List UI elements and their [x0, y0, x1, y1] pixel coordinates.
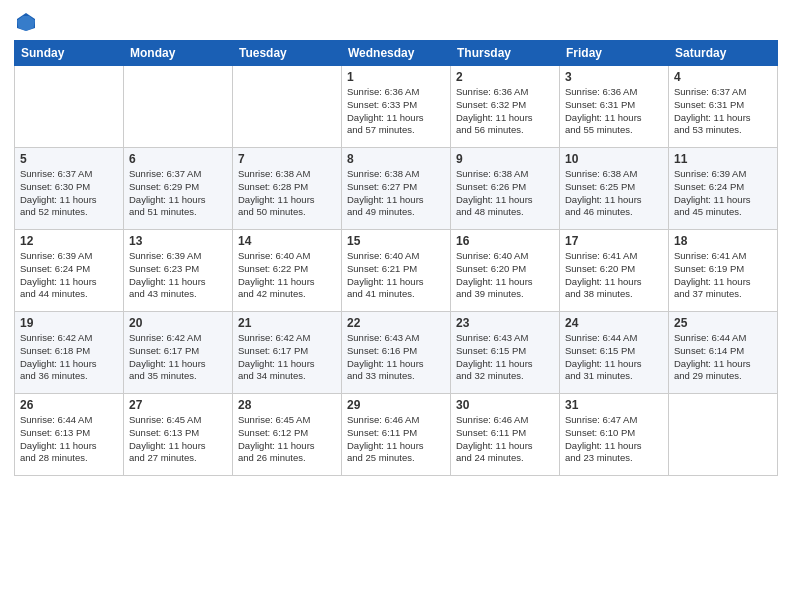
calendar-cell: 12Sunrise: 6:39 AMSunset: 6:24 PMDayligh… [15, 230, 124, 312]
calendar-cell: 15Sunrise: 6:40 AMSunset: 6:21 PMDayligh… [342, 230, 451, 312]
day-number: 30 [456, 398, 554, 412]
calendar-cell: 22Sunrise: 6:43 AMSunset: 6:16 PMDayligh… [342, 312, 451, 394]
day-number: 8 [347, 152, 445, 166]
day-info: Sunrise: 6:44 AMSunset: 6:14 PMDaylight:… [674, 332, 772, 383]
day-number: 14 [238, 234, 336, 248]
calendar-cell: 19Sunrise: 6:42 AMSunset: 6:18 PMDayligh… [15, 312, 124, 394]
day-info: Sunrise: 6:40 AMSunset: 6:22 PMDaylight:… [238, 250, 336, 301]
weekday-header-thursday: Thursday [451, 41, 560, 66]
calendar-cell: 8Sunrise: 6:38 AMSunset: 6:27 PMDaylight… [342, 148, 451, 230]
day-number: 28 [238, 398, 336, 412]
calendar-cell [233, 66, 342, 148]
weekday-header-friday: Friday [560, 41, 669, 66]
day-info: Sunrise: 6:37 AMSunset: 6:29 PMDaylight:… [129, 168, 227, 219]
day-number: 25 [674, 316, 772, 330]
day-info: Sunrise: 6:38 AMSunset: 6:26 PMDaylight:… [456, 168, 554, 219]
calendar-cell: 4Sunrise: 6:37 AMSunset: 6:31 PMDaylight… [669, 66, 778, 148]
calendar-cell: 13Sunrise: 6:39 AMSunset: 6:23 PMDayligh… [124, 230, 233, 312]
calendar-cell: 26Sunrise: 6:44 AMSunset: 6:13 PMDayligh… [15, 394, 124, 476]
day-info: Sunrise: 6:47 AMSunset: 6:10 PMDaylight:… [565, 414, 663, 465]
logo-icon [14, 10, 38, 34]
day-info: Sunrise: 6:39 AMSunset: 6:24 PMDaylight:… [674, 168, 772, 219]
calendar-cell: 14Sunrise: 6:40 AMSunset: 6:22 PMDayligh… [233, 230, 342, 312]
day-info: Sunrise: 6:46 AMSunset: 6:11 PMDaylight:… [456, 414, 554, 465]
day-info: Sunrise: 6:38 AMSunset: 6:28 PMDaylight:… [238, 168, 336, 219]
calendar-cell: 10Sunrise: 6:38 AMSunset: 6:25 PMDayligh… [560, 148, 669, 230]
calendar-cell: 21Sunrise: 6:42 AMSunset: 6:17 PMDayligh… [233, 312, 342, 394]
day-number: 1 [347, 70, 445, 84]
day-info: Sunrise: 6:36 AMSunset: 6:31 PMDaylight:… [565, 86, 663, 137]
calendar-cell: 6Sunrise: 6:37 AMSunset: 6:29 PMDaylight… [124, 148, 233, 230]
day-number: 3 [565, 70, 663, 84]
calendar-cell: 16Sunrise: 6:40 AMSunset: 6:20 PMDayligh… [451, 230, 560, 312]
day-number: 19 [20, 316, 118, 330]
day-number: 10 [565, 152, 663, 166]
day-info: Sunrise: 6:41 AMSunset: 6:19 PMDaylight:… [674, 250, 772, 301]
day-info: Sunrise: 6:37 AMSunset: 6:31 PMDaylight:… [674, 86, 772, 137]
day-number: 9 [456, 152, 554, 166]
day-info: Sunrise: 6:45 AMSunset: 6:12 PMDaylight:… [238, 414, 336, 465]
day-info: Sunrise: 6:41 AMSunset: 6:20 PMDaylight:… [565, 250, 663, 301]
day-number: 21 [238, 316, 336, 330]
day-info: Sunrise: 6:37 AMSunset: 6:30 PMDaylight:… [20, 168, 118, 219]
day-info: Sunrise: 6:42 AMSunset: 6:18 PMDaylight:… [20, 332, 118, 383]
day-info: Sunrise: 6:40 AMSunset: 6:20 PMDaylight:… [456, 250, 554, 301]
calendar-cell: 2Sunrise: 6:36 AMSunset: 6:32 PMDaylight… [451, 66, 560, 148]
calendar-week-3: 19Sunrise: 6:42 AMSunset: 6:18 PMDayligh… [15, 312, 778, 394]
day-info: Sunrise: 6:39 AMSunset: 6:23 PMDaylight:… [129, 250, 227, 301]
day-info: Sunrise: 6:38 AMSunset: 6:25 PMDaylight:… [565, 168, 663, 219]
day-number: 20 [129, 316, 227, 330]
day-info: Sunrise: 6:38 AMSunset: 6:27 PMDaylight:… [347, 168, 445, 219]
calendar-week-2: 12Sunrise: 6:39 AMSunset: 6:24 PMDayligh… [15, 230, 778, 312]
day-number: 31 [565, 398, 663, 412]
calendar-table: SundayMondayTuesdayWednesdayThursdayFrid… [14, 40, 778, 476]
day-info: Sunrise: 6:43 AMSunset: 6:16 PMDaylight:… [347, 332, 445, 383]
day-number: 7 [238, 152, 336, 166]
day-info: Sunrise: 6:42 AMSunset: 6:17 PMDaylight:… [129, 332, 227, 383]
day-number: 11 [674, 152, 772, 166]
day-number: 18 [674, 234, 772, 248]
day-info: Sunrise: 6:46 AMSunset: 6:11 PMDaylight:… [347, 414, 445, 465]
calendar-cell: 28Sunrise: 6:45 AMSunset: 6:12 PMDayligh… [233, 394, 342, 476]
day-number: 15 [347, 234, 445, 248]
weekday-header-row: SundayMondayTuesdayWednesdayThursdayFrid… [15, 41, 778, 66]
day-number: 23 [456, 316, 554, 330]
calendar-cell: 24Sunrise: 6:44 AMSunset: 6:15 PMDayligh… [560, 312, 669, 394]
weekday-header-sunday: Sunday [15, 41, 124, 66]
calendar-cell: 9Sunrise: 6:38 AMSunset: 6:26 PMDaylight… [451, 148, 560, 230]
day-number: 4 [674, 70, 772, 84]
calendar-cell: 31Sunrise: 6:47 AMSunset: 6:10 PMDayligh… [560, 394, 669, 476]
day-number: 2 [456, 70, 554, 84]
weekday-header-saturday: Saturday [669, 41, 778, 66]
calendar-cell [124, 66, 233, 148]
day-number: 27 [129, 398, 227, 412]
calendar-week-1: 5Sunrise: 6:37 AMSunset: 6:30 PMDaylight… [15, 148, 778, 230]
day-number: 12 [20, 234, 118, 248]
day-number: 24 [565, 316, 663, 330]
day-number: 16 [456, 234, 554, 248]
calendar-cell: 18Sunrise: 6:41 AMSunset: 6:19 PMDayligh… [669, 230, 778, 312]
day-info: Sunrise: 6:42 AMSunset: 6:17 PMDaylight:… [238, 332, 336, 383]
calendar-cell [669, 394, 778, 476]
calendar-cell: 17Sunrise: 6:41 AMSunset: 6:20 PMDayligh… [560, 230, 669, 312]
day-number: 5 [20, 152, 118, 166]
calendar-week-0: 1Sunrise: 6:36 AMSunset: 6:33 PMDaylight… [15, 66, 778, 148]
page-container: SundayMondayTuesdayWednesdayThursdayFrid… [0, 0, 792, 612]
day-number: 13 [129, 234, 227, 248]
day-info: Sunrise: 6:43 AMSunset: 6:15 PMDaylight:… [456, 332, 554, 383]
calendar-cell: 5Sunrise: 6:37 AMSunset: 6:30 PMDaylight… [15, 148, 124, 230]
calendar-cell: 29Sunrise: 6:46 AMSunset: 6:11 PMDayligh… [342, 394, 451, 476]
calendar-cell: 27Sunrise: 6:45 AMSunset: 6:13 PMDayligh… [124, 394, 233, 476]
day-number: 6 [129, 152, 227, 166]
calendar-cell: 23Sunrise: 6:43 AMSunset: 6:15 PMDayligh… [451, 312, 560, 394]
weekday-header-tuesday: Tuesday [233, 41, 342, 66]
day-info: Sunrise: 6:45 AMSunset: 6:13 PMDaylight:… [129, 414, 227, 465]
calendar-cell: 3Sunrise: 6:36 AMSunset: 6:31 PMDaylight… [560, 66, 669, 148]
calendar-cell: 1Sunrise: 6:36 AMSunset: 6:33 PMDaylight… [342, 66, 451, 148]
header [14, 10, 778, 34]
day-number: 29 [347, 398, 445, 412]
day-number: 22 [347, 316, 445, 330]
weekday-header-monday: Monday [124, 41, 233, 66]
day-info: Sunrise: 6:44 AMSunset: 6:13 PMDaylight:… [20, 414, 118, 465]
day-info: Sunrise: 6:44 AMSunset: 6:15 PMDaylight:… [565, 332, 663, 383]
